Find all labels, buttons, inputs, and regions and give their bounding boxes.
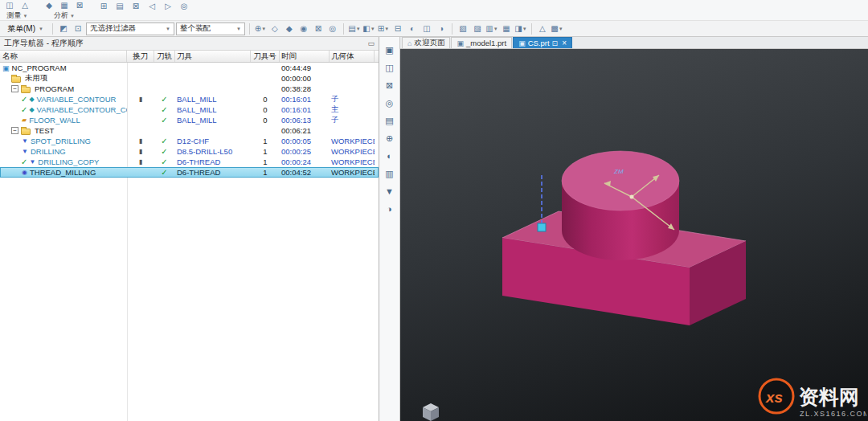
cell-tool-change [127,73,154,84]
redo-icon[interactable]: ▷ [162,1,174,11]
rotate-view-icon[interactable]: ◑ [435,23,448,34]
center-point-icon[interactable]: ◎ [326,23,339,34]
paste-icon[interactable]: ▤ [113,1,126,11]
column-header-6[interactable]: 时间 [280,51,330,62]
measure-tool-icon[interactable]: △ [536,23,549,34]
tree-row-variable-contour[interactable]: ✓◆VARIABLE_CONTOUR▮✓BALL_MILL000:16:01子 [0,94,379,104]
selection-filter-dropdown[interactable]: 无选择过滤器 ▼ [86,22,174,35]
toolpath-ok-icon: ✓ [161,157,167,166]
point-on-curve-icon[interactable]: ◇ [268,23,281,34]
ribbon-groups: ◫△测量▼◆▦⊠分析▼ [3,0,97,21]
close-tab-icon[interactable]: × [562,39,567,47]
layer-settings-icon[interactable]: ▦ [500,23,513,34]
snap-point-icon[interactable]: ⊕▼ [254,23,267,34]
selection-scope-dropdown[interactable]: 整个装配 ▼ [176,22,245,35]
tree-row-floor-wall[interactable]: ▰FLOOR_WALL✓BALL_MILL000:06:13子 [0,115,379,125]
intersection-icon[interactable]: ⊠ [312,23,325,34]
copy-icon[interactable]: ⊞ [97,1,110,11]
end-point-icon[interactable]: ◆ [283,23,296,34]
assembly-navigator-icon[interactable]: ▣ [383,43,396,56]
column-header-4[interactable]: 刀具 [175,51,251,62]
tree-row-program[interactable]: −PROGRAM00:38:28 [0,84,379,94]
cell-name: ▼SPOT_DRILLING [0,136,127,146]
analysis-group-label[interactable]: 分析▼ [54,10,75,21]
main-area: 工序导航器 - 程序顺序 ▭ 名称换刀刀轨刀具刀具号时间几何体 ▣NC_PROG… [0,37,868,421]
measure-group-label[interactable]: 测量▼ [7,10,28,21]
cell-geometry: 子 [330,115,375,125]
view-cube[interactable] [423,403,439,421]
home-icon: ⌂ [407,39,411,47]
more-tools-icon[interactable]: ▩▼ [551,23,563,34]
cell-tool-change: ▮ [127,94,154,104]
marquee-select-icon[interactable]: ⊡ [72,23,84,34]
measure-angle-icon[interactable]: △ [18,0,31,10]
drill-operation-icon: ▼ [29,158,35,166]
cell-geometry [330,125,375,136]
manufacturing-wizard-icon[interactable]: ▼ [383,185,396,198]
roles-icon[interactable]: ◑ [383,202,396,215]
tool-change-icon: ▮ [139,137,142,145]
cell-geometry [330,73,375,84]
column-header-5[interactable]: 刀具号 [251,51,280,62]
expander-icon[interactable]: − [11,127,18,134]
hd3d-tool-icon[interactable]: ▤ [383,114,396,127]
process-studio-icon[interactable]: ▥ [383,167,396,180]
tree-row-未用项[interactable]: 未用项00:00:00 [0,73,379,84]
tab-cs-prt[interactable]: ▣CS.prt⊡× [513,37,572,48]
column-header-2[interactable]: 换刀 [127,51,154,62]
show-hide-icon[interactable]: ▧ [457,23,469,34]
tree-row-test[interactable]: −TEST00:06:21 [0,125,379,136]
part-navigator-icon[interactable]: ⊠ [383,79,396,92]
cell-geometry: 子 [330,94,375,104]
float-panel-icon[interactable]: ▭ [367,39,375,47]
midpoint-icon[interactable]: ◉ [297,23,310,34]
status-check-icon: ✓ [21,95,27,104]
refresh-icon[interactable]: ◎ [178,1,190,11]
window-icon[interactable]: ▥▼ [485,23,498,34]
deviation-check-icon[interactable]: ⊠ [73,0,86,10]
tree-row-spot-drilling[interactable]: ▼SPOT_DRILLING▮✓D12-CHF100:00:05WORKPIEC… [0,136,379,146]
measure-distance-icon[interactable]: ◫ [3,0,16,10]
hand-select-icon[interactable]: ◩ [57,23,70,34]
tree-row-label: DRILLING [31,147,66,156]
zoom-view-icon[interactable]: ◐ [406,23,419,34]
expander-icon[interactable]: − [11,85,18,92]
fit-view-icon[interactable]: ⊟ [391,23,404,34]
edit-section-icon[interactable]: ▨ [471,23,484,34]
history-icon[interactable]: ◐ [383,149,396,162]
tree-row-nc-program[interactable]: ▣NC_PROGRAM00:44:49 [0,63,379,73]
nx-application-window: ◫△测量▼◆▦⊠分析▼ ⊞▤⊠◁▷◎ 菜单(M) ▼ ◩⊡ 无选择过滤器 ▼ 整… [0,0,868,421]
view-menu-icon[interactable]: ▤▼ [348,23,361,34]
menu-button[interactable]: 菜单(M) ▼ [2,22,48,35]
cell-name: ▣NC_PROGRAM [0,63,127,73]
tree-row-thread-milling[interactable]: ◉THREAD_MILLING✓D6-THREAD100:04:52WORKPI… [0,167,379,178]
surface-analysis-icon[interactable]: ▦ [58,0,71,10]
tab-menu-icon[interactable]: ⊡ [552,39,559,47]
pan-view-icon[interactable]: ◫ [420,23,433,34]
curve-analysis-icon[interactable]: ◆ [43,0,55,10]
tree-row-drilling[interactable]: ▼DRILLING▮✓D8.5-DRILL-L50100:00:25WORKPI… [0,146,379,157]
render-style-icon[interactable]: ◧▼ [362,23,375,34]
cell-time: 00:06:13 [280,115,330,125]
tool-axis-handle[interactable] [538,223,546,231]
column-header-1[interactable]: 名称 [0,51,127,62]
constraint-navigator-icon[interactable]: ◫ [383,61,396,74]
delete-icon[interactable]: ⊠ [129,1,142,11]
web-browser-icon[interactable]: ⊕ [383,132,396,145]
chevron-down-icon: ▼ [23,14,28,18]
tree-row-drilling-copy[interactable]: ✓▼DRILLING_COPY▮✓D6-THREAD100:00:24WORKP… [0,157,379,167]
orient-view-icon[interactable]: ⊞▼ [377,23,390,34]
tree-row-label: VARIABLE_CONTOUR_COPY [37,105,127,114]
display-mode-icon[interactable]: ◨▼ [514,23,527,34]
tab-欢迎页面[interactable]: ⌂欢迎页面 [402,37,450,48]
cell-toolpath: ✓ [154,94,175,104]
cell-tool-number: 0 [251,104,280,115]
undo-icon[interactable]: ◁ [145,1,158,11]
column-header-7[interactable]: 几何体 [330,51,375,62]
cell-tool-number: 0 [251,115,280,125]
reuse-library-icon[interactable]: ◎ [383,96,396,109]
column-header-3[interactable]: 刀轨 [154,51,175,62]
cell-tool-number: 1 [251,167,280,178]
tab--model1-prt[interactable]: ▣_model1.prt [451,37,512,48]
tree-row-variable-contour-copy[interactable]: ✓◆VARIABLE_CONTOUR_COPY✓BALL_MILL000:16:… [0,104,379,115]
